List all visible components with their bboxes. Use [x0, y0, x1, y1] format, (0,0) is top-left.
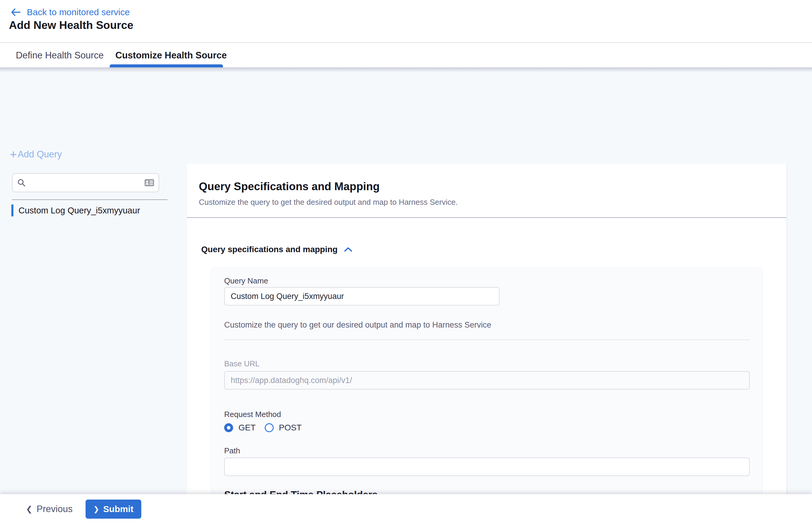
collapse-section-button[interactable]	[344, 247, 352, 252]
query-name-label: Query Name	[224, 276, 268, 285]
radio-get[interactable]	[224, 423, 233, 432]
tab-bar-shadow	[0, 67, 812, 72]
sidebar-divider	[12, 199, 167, 200]
submit-button[interactable]: ❯ Submit	[85, 500, 141, 519]
query-item-label: Custom Log Query_i5xmyyuaur	[18, 206, 140, 215]
back-link[interactable]: Back to monitored service	[11, 7, 130, 17]
content-area: + Add Query Custom Log Query_i5xmyyuaur	[0, 67, 812, 524]
radio-selected-dot	[227, 426, 230, 429]
submit-button-label: Submit	[103, 504, 133, 514]
previous-button[interactable]: ❮ Previous	[26, 494, 72, 524]
search-input[interactable]	[29, 178, 144, 187]
active-tab-underline	[110, 64, 223, 67]
previous-button-label: Previous	[37, 504, 73, 514]
add-query-button[interactable]: + Add Query	[10, 148, 62, 160]
plus-icon: +	[10, 148, 17, 160]
tab-define-health-source[interactable]: Define Health Source	[16, 44, 104, 67]
card-title: Query Specifications and Mapping	[199, 180, 380, 193]
tab-bar: Define Health Source Customize Health So…	[0, 44, 812, 67]
selected-query-indicator	[11, 204, 13, 216]
back-link-label: Back to monitored service	[27, 7, 130, 17]
query-search-box[interactable]	[12, 173, 159, 192]
query-form-panel: Query Name Customize the query to get ou…	[211, 268, 763, 524]
base-url-input[interactable]	[224, 371, 750, 390]
chevron-left-icon: ❮	[26, 505, 32, 514]
tab-customize-health-source[interactable]: Customize Health Source	[115, 44, 227, 67]
add-query-label: Add Query	[18, 149, 62, 160]
radio-get-label: GET	[239, 423, 256, 432]
card-subtitle: Customize the query to get the desired o…	[199, 198, 458, 207]
request-method-label: Request Method	[224, 410, 281, 419]
path-label: Path	[224, 446, 240, 456]
arrow-left-icon	[11, 8, 21, 17]
footer-bar: ❮ Previous ❯ Submit	[0, 494, 812, 524]
search-icon	[17, 179, 26, 187]
radio-post[interactable]	[265, 423, 274, 432]
query-list-item[interactable]: Custom Log Query_i5xmyyuaur	[11, 204, 140, 216]
path-input[interactable]	[224, 458, 750, 476]
query-spec-card: Query Specifications and Mapping Customi…	[187, 164, 786, 524]
form-divider	[224, 340, 750, 340]
section-header: Query specifications and mapping	[201, 245, 352, 254]
query-name-input[interactable]	[224, 287, 500, 306]
page-header: Back to monitored service Add New Health…	[0, 0, 812, 43]
request-method-radio-group: GET POST	[224, 423, 302, 432]
chevron-up-icon	[344, 247, 352, 252]
page-title: Add New Health Source	[9, 19, 133, 32]
card-header: Query Specifications and Mapping Customi…	[187, 164, 786, 218]
section-title: Query specifications and mapping	[201, 245, 338, 254]
base-url-label: Base URL	[224, 359, 260, 369]
query-name-help-text: Customize the query to get our desired o…	[224, 321, 491, 330]
chevron-right-icon: ❯	[93, 505, 99, 513]
radio-post-label: POST	[279, 423, 302, 432]
address-card-icon[interactable]	[144, 179, 155, 187]
